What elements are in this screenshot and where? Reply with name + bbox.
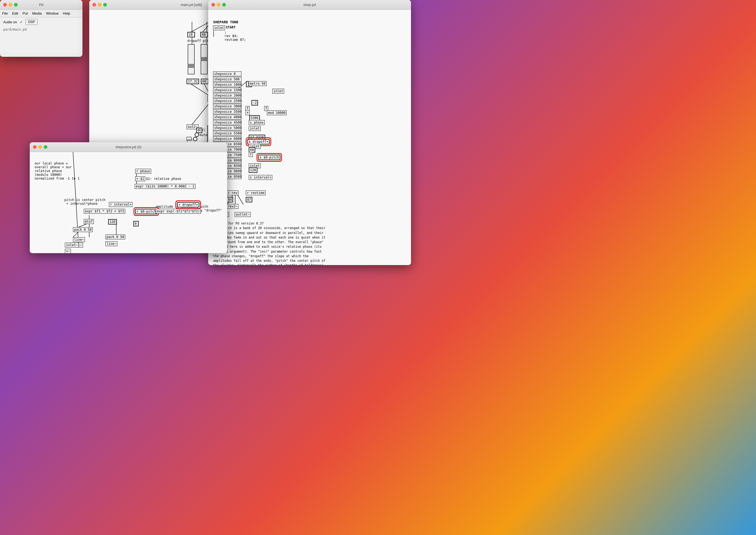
menu-help[interactable]: Help: [61, 11, 72, 16]
shepvoice-pd-window: shepvoice.pd (0) our local phase = overa…: [30, 142, 227, 253]
bot-17-num[interactable]: 17.32: [187, 79, 199, 84]
mute-radio[interactable]: [195, 132, 199, 137]
r-rev-obj[interactable]: r rev: [227, 190, 238, 195]
s1-comment: $1: relative phase: [146, 177, 181, 181]
shepvoice-pd-titlebar: shepvoice.pd (0): [30, 142, 227, 152]
plus-sig-obj[interactable]: +~: [65, 249, 71, 253]
plus-obj[interactable]: +: [246, 110, 250, 115]
outlet2-obj[interactable]: outlet~: [235, 212, 251, 217]
s-interval-obj[interactable]: s interval+: [249, 175, 272, 180]
shepvoice-close[interactable]: [33, 145, 37, 149]
dsp-checkmark: ✓: [20, 20, 23, 24]
lvl-num[interactable]: 0: [196, 128, 202, 133]
shep-max[interactable]: [222, 3, 226, 7]
close-button[interactable]: [3, 3, 7, 7]
mtof-obj[interactable]: mtof: [84, 219, 94, 224]
shep-pd-window: shep.pd SHEPARD TONE inlet START ;rev 84…: [208, 0, 411, 265]
expr3-obj[interactable]: expr exp(-$f1*$f1*$f2): [156, 209, 201, 214]
dropoff-label: dropoff: [187, 39, 201, 43]
shep-pd-title: shep.pd: [303, 3, 316, 7]
dropoff-num[interactable]: 10: [187, 32, 195, 37]
svg-rect-7: [188, 64, 194, 68]
shepvoice-6[interactable]: shepvoice 3000: [213, 104, 241, 109]
metro-obj[interactable]: metro 50: [249, 81, 267, 86]
120-num-sv[interactable]: 120: [108, 219, 117, 224]
line2-obj[interactable]: line~: [105, 241, 117, 246]
main-min[interactable]: [98, 3, 101, 7]
bot-60-num[interactable]: 60: [201, 79, 208, 84]
traffic-lights-shepvoice[interactable]: [33, 145, 47, 149]
s-pitch-obj[interactable]: s $0-pitch: [258, 155, 281, 160]
0-num-sv[interactable]: 0: [133, 221, 139, 226]
shepvoice-10[interactable]: shepvoice 5000: [213, 126, 241, 130]
r-phase-obj[interactable]: r phase: [135, 169, 151, 174]
60-num[interactable]: 60: [249, 147, 255, 153]
rev-comment: ;rev 84;revtime 87;: [225, 30, 246, 42]
dsp-button[interactable]: DSP: [25, 19, 38, 25]
traffic-lights[interactable]: [3, 3, 17, 7]
main-close[interactable]: [93, 3, 96, 7]
line1-obj[interactable]: line~: [73, 237, 85, 242]
f-obj3[interactable]: f: [249, 152, 253, 157]
r-pitch-obj[interactable]: r $0-pitch: [135, 209, 157, 214]
main-max[interactable]: [103, 3, 107, 7]
shepvoice-7[interactable]: shepvoice 3500: [213, 109, 241, 114]
menu-edit[interactable]: Edit: [10, 11, 20, 16]
87-num[interactable]: 87: [246, 197, 252, 202]
pan-ctrl2[interactable]: [193, 137, 197, 141]
84-num[interactable]: 84: [227, 197, 233, 202]
shep-inlet[interactable]: inlet: [213, 25, 225, 30]
inlet-obj3[interactable]: inlet: [249, 126, 261, 131]
s-dropoff-obj[interactable]: s dropoff+: [247, 139, 270, 144]
pitch-num[interactable]: 60: [200, 32, 208, 37]
shepvoice-2[interactable]: shepvoice 1000: [213, 82, 241, 87]
menu-put[interactable]: Put: [20, 11, 30, 16]
maximize-button[interactable]: [14, 3, 17, 7]
dsp-row: Audio on ✓ DSP: [0, 17, 82, 26]
r-revtime-obj[interactable]: r revtime: [246, 190, 265, 195]
main-pd-title: main.pd [edit]: [181, 3, 202, 7]
shepvoice-min[interactable]: [39, 145, 42, 149]
r-dropoff-obj[interactable]: r dropoff+: [177, 202, 199, 208]
shepvoice-5[interactable]: shepvoice 2500: [213, 99, 241, 103]
inlet-obj2[interactable]: inlet: [272, 89, 284, 94]
minimize-button[interactable]: [9, 3, 12, 7]
120-num[interactable]: 120: [249, 167, 257, 173]
shep-close[interactable]: [211, 3, 215, 7]
shepvoice-4[interactable]: shepvoice 2000: [213, 93, 241, 98]
shepvoice-11[interactable]: shepvoice 5500: [213, 131, 241, 136]
shep-min[interactable]: [217, 3, 220, 7]
shepvoice-pd-title: shepvoice.pd (0): [116, 145, 141, 149]
expr1-obj[interactable]: expr ($i1% 10000) * 0.0002 - 1: [135, 184, 196, 189]
shepvoice-12[interactable]: shepvoice 6000: [213, 136, 241, 141]
pd-main-titlebar: Pd: [0, 0, 82, 10]
shepvoice-0[interactable]: shepvoice 0: [213, 71, 241, 76]
inlet-sig-obj[interactable]: inlet~: [65, 242, 79, 247]
svg-rect-8: [201, 44, 207, 74]
menu-window[interactable]: Window: [44, 11, 61, 16]
neg2-obj[interactable]: -2: [252, 100, 258, 105]
comment1: our local phase = overall phase + our re…: [35, 161, 113, 181]
audio-on-label: Audio on: [3, 20, 17, 24]
plus-s1-obj[interactable]: + $1: [135, 176, 145, 181]
5306-num[interactable]: 5306: [249, 115, 260, 121]
filepath-label: pard/main.pd: [0, 26, 82, 33]
menu-media[interactable]: Media: [30, 11, 44, 16]
shepvoice-9[interactable]: shepvoice 4500: [213, 120, 241, 125]
pan-ctrl1[interactable]: [187, 137, 191, 140]
shepvoice-1[interactable]: shepvoice 500: [213, 77, 241, 82]
traffic-lights-main[interactable]: [93, 3, 107, 7]
expr2-obj[interactable]: expr $f1 * $f2 + $f3: [84, 209, 125, 214]
shepvoice-max[interactable]: [44, 145, 47, 149]
s-phase-obj[interactable]: s phase: [249, 120, 265, 125]
pack2-obj[interactable]: pack 0 50: [105, 235, 125, 239]
r-interval-obj[interactable]: r interval+: [109, 202, 132, 207]
shepvoice-8[interactable]: shepvoice 4000: [213, 115, 241, 120]
menu-file[interactable]: File: [0, 11, 10, 16]
pack1-obj[interactable]: pack 0 50: [73, 227, 93, 232]
traffic-lights-shep[interactable]: [211, 3, 226, 7]
svg-line-44: [73, 232, 78, 237]
mod10000-obj[interactable]: mod 10000: [267, 110, 286, 115]
rev2-obj[interactable]: rev2~: [227, 204, 238, 209]
shepvoice-3[interactable]: shepvoice 1500: [213, 88, 241, 93]
